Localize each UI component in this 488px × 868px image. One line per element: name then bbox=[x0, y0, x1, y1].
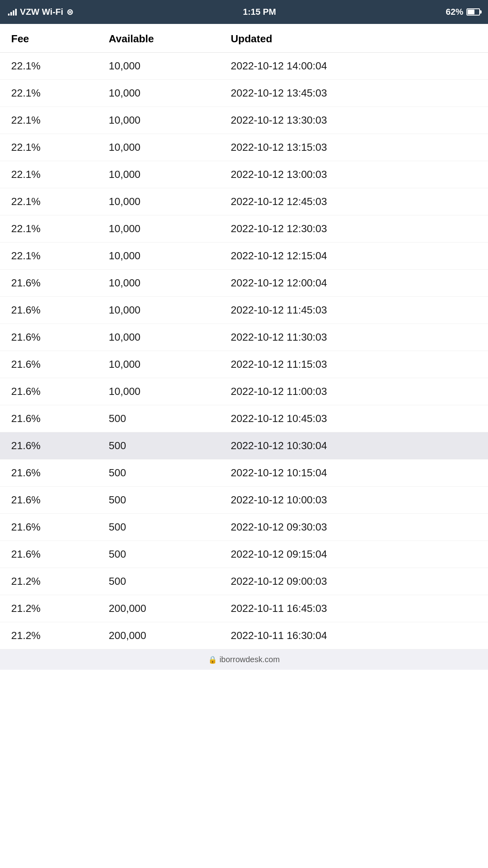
cell-available: 10,000 bbox=[98, 297, 220, 324]
cell-available: 10,000 bbox=[98, 188, 220, 215]
signal-bars-icon bbox=[8, 8, 17, 16]
battery-icon bbox=[466, 8, 480, 16]
header-updated: Updated bbox=[220, 24, 488, 53]
cell-available: 500 bbox=[98, 487, 220, 514]
cell-available: 10,000 bbox=[98, 107, 220, 134]
cell-updated: 2022-10-12 13:30:03 bbox=[220, 107, 488, 134]
cell-available: 10,000 bbox=[98, 53, 220, 80]
cell-available: 200,000 bbox=[98, 595, 220, 622]
cell-available: 500 bbox=[98, 460, 220, 487]
table-row: 21.2%200,0002022-10-11 16:30:04 bbox=[0, 622, 488, 649]
table-row: 22.1%10,0002022-10-12 13:00:03 bbox=[0, 161, 488, 188]
footer-url: iborrowdesk.com bbox=[219, 655, 279, 664]
cell-fee: 22.1% bbox=[0, 243, 98, 270]
table-header-row: Fee Available Updated bbox=[0, 24, 488, 53]
header-fee: Fee bbox=[0, 24, 98, 53]
table-row: 21.6%10,0002022-10-12 11:15:03 bbox=[0, 351, 488, 378]
cell-fee: 21.6% bbox=[0, 514, 98, 541]
cell-fee: 21.6% bbox=[0, 324, 98, 351]
lock-icon: 🔒 bbox=[208, 655, 217, 664]
table-row: 21.6%5002022-10-12 10:30:04 bbox=[0, 432, 488, 460]
cell-available: 500 bbox=[98, 405, 220, 432]
table-row: 21.6%10,0002022-10-12 11:00:03 bbox=[0, 378, 488, 405]
status-right: 62% bbox=[446, 7, 480, 17]
table-row: 21.6%5002022-10-12 10:15:04 bbox=[0, 460, 488, 487]
cell-fee: 21.6% bbox=[0, 460, 98, 487]
cell-updated: 2022-10-12 10:15:04 bbox=[220, 460, 488, 487]
table-row: 21.6%5002022-10-12 09:15:04 bbox=[0, 541, 488, 568]
cell-updated: 2022-10-12 09:30:03 bbox=[220, 514, 488, 541]
cell-updated: 2022-10-12 14:00:04 bbox=[220, 53, 488, 80]
cell-fee: 22.1% bbox=[0, 188, 98, 215]
carrier-label: VZW Wi-Fi bbox=[20, 7, 63, 17]
cell-available: 10,000 bbox=[98, 351, 220, 378]
cell-updated: 2022-10-12 13:15:03 bbox=[220, 134, 488, 161]
cell-updated: 2022-10-12 13:45:03 bbox=[220, 80, 488, 107]
cell-updated: 2022-10-12 12:15:04 bbox=[220, 243, 488, 270]
table-row: 21.6%5002022-10-12 10:45:03 bbox=[0, 405, 488, 432]
cell-updated: 2022-10-12 12:30:03 bbox=[220, 215, 488, 243]
table-row: 22.1%10,0002022-10-12 12:30:03 bbox=[0, 215, 488, 243]
table-row: 22.1%10,0002022-10-12 13:45:03 bbox=[0, 80, 488, 107]
cell-updated: 2022-10-11 16:45:03 bbox=[220, 595, 488, 622]
footer: 🔒 iborrowdesk.com bbox=[0, 649, 488, 670]
cell-fee: 22.1% bbox=[0, 161, 98, 188]
cell-updated: 2022-10-12 13:00:03 bbox=[220, 161, 488, 188]
cell-fee: 22.1% bbox=[0, 107, 98, 134]
table-row: 21.6%5002022-10-12 10:00:03 bbox=[0, 487, 488, 514]
table-row: 21.2%200,0002022-10-11 16:45:03 bbox=[0, 595, 488, 622]
cell-fee: 22.1% bbox=[0, 53, 98, 80]
data-table-container: Fee Available Updated 22.1%10,0002022-10… bbox=[0, 24, 488, 649]
cell-updated: 2022-10-12 11:45:03 bbox=[220, 297, 488, 324]
wifi-icon: ⊜ bbox=[67, 7, 73, 17]
table-row: 22.1%10,0002022-10-12 13:15:03 bbox=[0, 134, 488, 161]
table-row: 22.1%10,0002022-10-12 14:00:04 bbox=[0, 53, 488, 80]
cell-updated: 2022-10-12 12:45:03 bbox=[220, 188, 488, 215]
cell-available: 500 bbox=[98, 541, 220, 568]
fee-history-table: Fee Available Updated 22.1%10,0002022-10… bbox=[0, 24, 488, 649]
cell-available: 500 bbox=[98, 514, 220, 541]
table-row: 21.2%5002022-10-12 09:00:03 bbox=[0, 568, 488, 595]
cell-available: 500 bbox=[98, 568, 220, 595]
table-row: 21.6%5002022-10-12 09:30:03 bbox=[0, 514, 488, 541]
cell-available: 10,000 bbox=[98, 80, 220, 107]
cell-updated: 2022-10-12 09:15:04 bbox=[220, 541, 488, 568]
cell-available: 200,000 bbox=[98, 622, 220, 649]
cell-fee: 21.6% bbox=[0, 405, 98, 432]
cell-fee: 21.6% bbox=[0, 297, 98, 324]
cell-fee: 21.2% bbox=[0, 568, 98, 595]
table-row: 22.1%10,0002022-10-12 12:15:04 bbox=[0, 243, 488, 270]
cell-fee: 21.6% bbox=[0, 487, 98, 514]
table-row: 21.6%10,0002022-10-12 11:30:03 bbox=[0, 324, 488, 351]
cell-fee: 21.6% bbox=[0, 541, 98, 568]
cell-fee: 21.6% bbox=[0, 378, 98, 405]
cell-fee: 22.1% bbox=[0, 134, 98, 161]
status-left: VZW Wi-Fi ⊜ bbox=[8, 7, 73, 17]
cell-fee: 21.6% bbox=[0, 432, 98, 460]
cell-available: 10,000 bbox=[98, 324, 220, 351]
table-row: 21.6%10,0002022-10-12 11:45:03 bbox=[0, 297, 488, 324]
cell-updated: 2022-10-12 10:45:03 bbox=[220, 405, 488, 432]
cell-available: 10,000 bbox=[98, 243, 220, 270]
cell-fee: 21.2% bbox=[0, 595, 98, 622]
cell-fee: 21.2% bbox=[0, 622, 98, 649]
cell-updated: 2022-10-12 12:00:04 bbox=[220, 270, 488, 297]
cell-available: 10,000 bbox=[98, 161, 220, 188]
table-row: 22.1%10,0002022-10-12 13:30:03 bbox=[0, 107, 488, 134]
cell-updated: 2022-10-11 16:30:04 bbox=[220, 622, 488, 649]
cell-available: 500 bbox=[98, 432, 220, 460]
table-row: 21.6%10,0002022-10-12 12:00:04 bbox=[0, 270, 488, 297]
cell-fee: 22.1% bbox=[0, 80, 98, 107]
battery-percent-label: 62% bbox=[446, 7, 463, 17]
cell-updated: 2022-10-12 11:15:03 bbox=[220, 351, 488, 378]
cell-updated: 2022-10-12 09:00:03 bbox=[220, 568, 488, 595]
cell-available: 10,000 bbox=[98, 134, 220, 161]
table-row: 22.1%10,0002022-10-12 12:45:03 bbox=[0, 188, 488, 215]
cell-available: 10,000 bbox=[98, 378, 220, 405]
cell-fee: 21.6% bbox=[0, 351, 98, 378]
cell-updated: 2022-10-12 10:00:03 bbox=[220, 487, 488, 514]
cell-updated: 2022-10-12 11:00:03 bbox=[220, 378, 488, 405]
status-bar: VZW Wi-Fi ⊜ 1:15 PM 62% bbox=[0, 0, 488, 24]
cell-fee: 22.1% bbox=[0, 215, 98, 243]
cell-available: 10,000 bbox=[98, 270, 220, 297]
